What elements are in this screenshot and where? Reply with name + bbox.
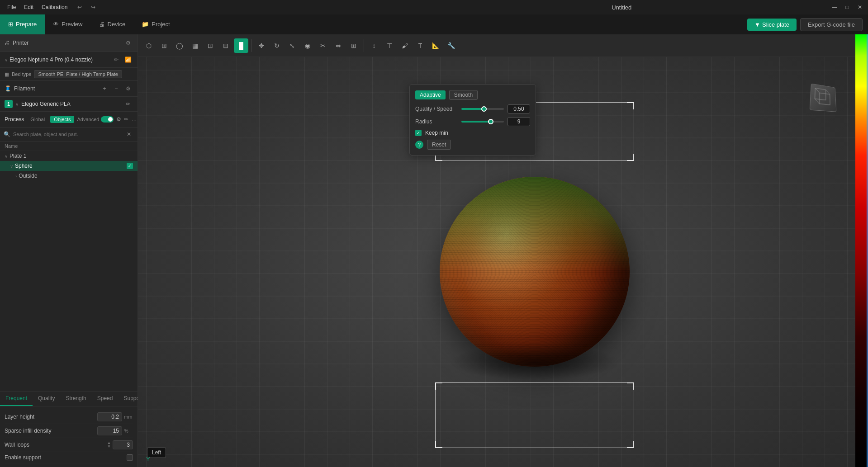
enable-support-row: Enable support [5, 452, 133, 463]
wifi-icon[interactable]: 📶 [123, 55, 133, 65]
corner-tl-bottom [435, 382, 442, 390]
texture-view-button[interactable]: ▦ [188, 38, 202, 53]
tab-strength[interactable]: Strength [60, 392, 91, 406]
object-tree: 🔍 ✕ Name ∨ Plate 1 ∨ Sphere ✓ › Outside [0, 127, 138, 392]
wall-loops-down[interactable]: ▼ [107, 445, 111, 448]
quality-speed-thumb [481, 106, 487, 112]
tree-plate1[interactable]: ∨ Plate 1 [0, 151, 138, 161]
infill-density-unit: % [124, 428, 133, 434]
minimize-button[interactable]: — [830, 3, 839, 12]
process-edit-icon[interactable]: ✏ [124, 114, 128, 124]
tab-frequent[interactable]: Frequent [0, 392, 33, 406]
reset-button[interactable]: Reset [427, 140, 451, 150]
bed-type-select[interactable]: Smooth PEI Plate / High Temp Plate [34, 70, 122, 78]
tab-device[interactable]: 🖨 Device [91, 14, 134, 34]
quality-speed-slider[interactable] [461, 108, 504, 110]
process-settings-icon[interactable]: ⚙ [116, 114, 121, 124]
arrange-tool-button[interactable]: ⊞ [346, 38, 361, 53]
printer-name-row: ∨ Elegoo Neptune 4 Pro (0.4 nozzle) ✏ 📶 [0, 52, 138, 68]
tab-prepare[interactable]: ⊞ Prepare [0, 14, 45, 34]
assemble-tool-button[interactable]: 🔧 [444, 38, 458, 53]
sphere-chevron: ∨ [10, 164, 13, 169]
wall-loops-input[interactable] [113, 440, 133, 449]
tab-quality[interactable]: Quality [33, 392, 60, 406]
edit-printer-icon[interactable]: ✏ [111, 55, 121, 65]
wall-loops-row: Wall loops ▲ ▼ [5, 438, 133, 452]
process-tab-objects[interactable]: Objects [50, 116, 74, 123]
tab-project[interactable]: 📁 Project [133, 14, 178, 34]
undo-button[interactable]: ↩ [75, 2, 85, 12]
cut-tool-button[interactable]: ✂ [316, 38, 330, 53]
process-other-icon[interactable]: … [131, 114, 137, 124]
text-tool-button[interactable]: T [413, 38, 427, 53]
fill-view-button[interactable]: █ [234, 38, 248, 53]
export-gcode-button[interactable]: Export G-code file [800, 18, 863, 31]
mirror-tool-button[interactable]: ⇔ [331, 38, 346, 53]
redo-button[interactable]: ↪ [88, 2, 98, 12]
menu-edit[interactable]: Edit [20, 3, 37, 11]
grid-view-button[interactable]: ⊞ [157, 38, 171, 53]
printer-settings-icon[interactable]: ⚙ [123, 38, 133, 48]
slice-label: Slice plate [762, 21, 789, 28]
perspective-view-button[interactable]: ⬡ [142, 38, 156, 53]
edit-filament-icon[interactable]: ✏ [123, 99, 133, 109]
move-tool-button[interactable]: ✥ [254, 38, 269, 53]
smooth-button[interactable]: Smooth [449, 90, 478, 100]
sphere-check[interactable]: ✓ [127, 163, 133, 169]
svg-rect-0 [815, 88, 825, 100]
popup-mode-row: Adaptive Smooth [415, 90, 530, 100]
add-filament-button[interactable]: + [100, 84, 109, 94]
canvas-area[interactable]: Adaptive Smooth Quality / Speed Radius [138, 57, 855, 467]
split-view-button[interactable]: ⊟ [218, 38, 233, 53]
clear-search-icon[interactable]: ✕ [124, 129, 134, 139]
tree-outside[interactable]: › Outside [0, 171, 138, 181]
toolbar: ⬡ ⊞ ◯ ▦ ⊡ ⊟ █ ✥ ↻ ⤡ ◉ ✂ ⇔ ⊞ ↕ ⊤ 🖌 T 📐 🔧 [138, 34, 855, 57]
maximize-button[interactable]: □ [843, 3, 852, 12]
sphere-container [440, 177, 630, 367]
tab-speed[interactable]: Speed [92, 392, 119, 406]
menu-calibration[interactable]: Calibration [38, 3, 71, 11]
infill-density-label: Sparse infill density [5, 428, 97, 434]
shape-view-button[interactable]: ◯ [172, 38, 187, 53]
paint-tool-button[interactable]: 🖌 [398, 38, 412, 53]
keep-min-checkbox[interactable]: ✓ [415, 130, 422, 136]
infill-density-input[interactable] [97, 426, 122, 435]
measure-tool-button[interactable]: 📐 [428, 38, 443, 53]
wall-loops-label: Wall loops [5, 442, 107, 448]
process-tab-global[interactable]: Global [27, 116, 48, 123]
layer-height-input[interactable] [97, 412, 122, 421]
svg-line-4 [815, 99, 819, 104]
rotate-tool-button[interactable]: ↻ [270, 38, 284, 53]
layer-height-unit: mm [124, 414, 133, 420]
scale-tool-button[interactable]: ⤡ [285, 38, 299, 53]
radius-slider[interactable] [461, 121, 504, 123]
popup-quality-row: Quality / Speed [415, 104, 530, 113]
left-panel: 🖨 Printer ⚙ ∨ Elegoo Neptune 4 Pro (0.4 … [0, 34, 138, 467]
sphere-object[interactable] [440, 177, 630, 367]
support-tool-button[interactable]: ↕ [367, 38, 381, 53]
tree-sphere[interactable]: ∨ Sphere ✓ [0, 161, 138, 171]
search-input[interactable] [13, 132, 121, 137]
menu-file[interactable]: File [4, 3, 19, 11]
remove-filament-button[interactable]: − [111, 84, 121, 94]
tab-preview[interactable]: 👁 Preview [45, 14, 90, 34]
multi-view-button[interactable]: ⊡ [203, 38, 218, 53]
adaptive-button[interactable]: Adaptive [415, 90, 446, 99]
radius-input[interactable] [508, 117, 530, 126]
help-icon[interactable]: ? [415, 141, 423, 149]
seam-tool-button[interactable]: ⊤ [382, 38, 397, 53]
enable-support-value [127, 454, 133, 461]
nav-cube[interactable] [810, 84, 837, 111]
boolean-tool-button[interactable]: ◉ [300, 38, 315, 53]
filament-number-badge: 1 [5, 100, 13, 108]
popup-reset-row: ? Reset [415, 140, 530, 150]
enable-support-checkbox[interactable] [127, 454, 133, 461]
quality-speed-input[interactable] [508, 104, 530, 113]
tab-project-label: Project [152, 21, 170, 28]
infill-density-row: Sparse infill density % [5, 424, 133, 438]
slice-plate-button[interactable]: ▼ Slice plate [747, 19, 797, 31]
close-button[interactable]: ✕ [855, 3, 864, 12]
corner-tr [627, 102, 634, 109]
advanced-toggle[interactable] [101, 116, 114, 123]
filament-settings-button[interactable]: ⚙ [123, 84, 133, 94]
